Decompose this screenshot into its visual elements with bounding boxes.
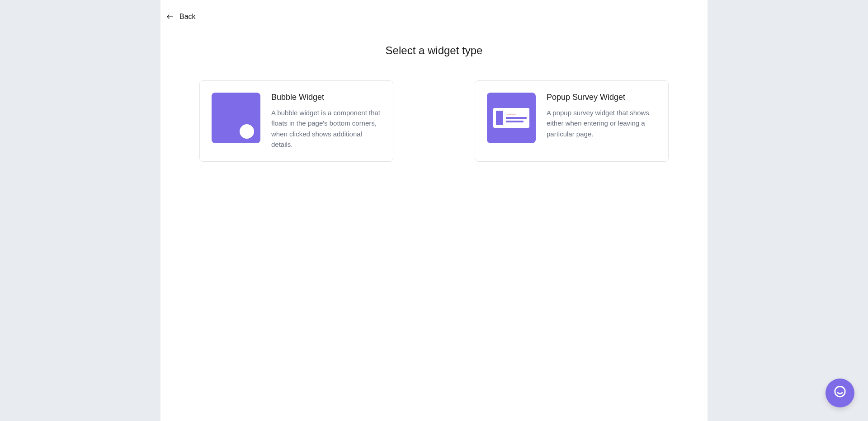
widget-title: Bubble Widget: [271, 93, 381, 102]
widget-info: Bubble Widget A bubble widget is a compo…: [271, 93, 381, 150]
page-title: Select a widget type: [160, 44, 708, 57]
widget-cards-container: Bubble Widget A bubble widget is a compo…: [160, 80, 708, 162]
popup-line-preview: [506, 121, 524, 122]
popup-window-preview: Heading text: [493, 108, 529, 128]
arrow-left-icon: [167, 13, 173, 20]
bubble-widget-card[interactable]: Bubble Widget A bubble widget is a compo…: [199, 80, 393, 162]
popup-survey-widget-icon: Heading text: [487, 93, 536, 143]
chat-button[interactable]: [826, 379, 854, 407]
widget-title: Popup Survey Widget: [547, 93, 656, 102]
svg-point-0: [835, 387, 845, 397]
widget-description: A bubble widget is a component that floa…: [271, 108, 381, 150]
popup-line-preview: [506, 117, 527, 119]
bubble-widget-icon: [212, 93, 260, 143]
popup-content-preview: Heading text: [506, 111, 527, 125]
popup-heading-preview: Heading text: [506, 113, 527, 115]
popup-sidebar-preview: [496, 111, 503, 125]
bubble-circle-icon: [240, 124, 254, 139]
popup-survey-widget-card[interactable]: Heading text Popup Survey Widget A popup…: [475, 80, 669, 162]
widget-description: A popup survey widget that shows either …: [547, 108, 656, 139]
widget-info: Popup Survey Widget A popup survey widge…: [547, 93, 656, 150]
chat-icon: [833, 385, 847, 401]
main-panel: Back Select a widget type Bubble Widget …: [160, 0, 708, 421]
back-label: Back: [179, 13, 196, 21]
back-button[interactable]: Back: [167, 13, 196, 21]
